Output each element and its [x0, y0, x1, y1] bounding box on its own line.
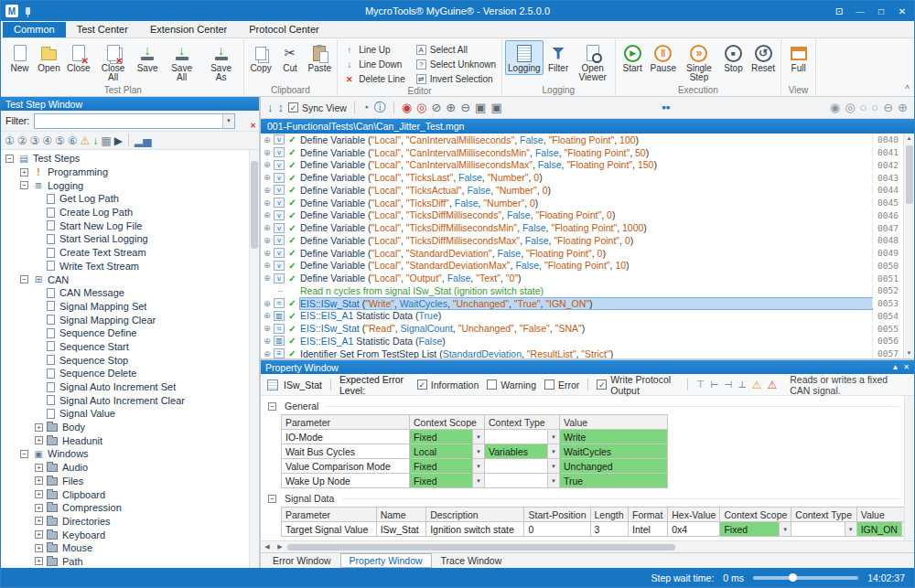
code-line[interactable]: ⊕✓EIS::ISw_Stat ("Read", SignalCount, "U…	[261, 322, 903, 335]
combo-cell[interactable]: Fixed	[410, 474, 485, 488]
minimize-button[interactable]	[853, 6, 867, 16]
copy-button[interactable]: Copy	[247, 40, 275, 75]
expand-step-icon[interactable]: ⊕	[261, 223, 274, 232]
tree-item-programming[interactable]: +Programming	[1, 166, 259, 179]
code-line[interactable]: ⊕✓Define Variable ("Local", "CanInterval…	[261, 146, 903, 159]
code-line[interactable]: ⊕✓Define Variable ("Local", "TicksActual…	[261, 184, 903, 197]
camera-icon[interactable]: ▣	[475, 102, 486, 113]
tree-item-write-text-stream[interactable]: Write Text Stream	[1, 260, 259, 273]
filter-button[interactable]: Filter	[544, 40, 573, 75]
tree-item-signal-mapping-set[interactable]: Signal Mapping Set	[1, 300, 259, 314]
combo-cell[interactable]	[791, 522, 856, 537]
error-checkbox[interactable]: Error	[544, 380, 579, 390]
ribbon-tab-protocol-center[interactable]: Protocol Center	[238, 22, 329, 37]
tree-item-sequence-start[interactable]: Sequence Start	[1, 340, 259, 354]
slider-thumb[interactable]	[789, 573, 797, 582]
code-line[interactable]: ⊕✓EIS::EIS_A1 Statistic Data (False)0056	[261, 335, 903, 347]
expand-all-icon[interactable]: ⊕	[898, 102, 908, 113]
combo-cell[interactable]	[485, 459, 560, 474]
expand-step-icon[interactable]: ⊕	[261, 135, 274, 144]
combo-cell[interactable]	[485, 430, 560, 444]
collapse-box-icon[interactable]: −	[20, 450, 28, 458]
tree-item-path[interactable]: +Path	[1, 555, 259, 568]
run-step-icon[interactable]: ▶	[114, 135, 123, 146]
code-line[interactable]: ⊕✓Define Variable ("Local", "Output", Fa…	[261, 272, 903, 284]
code-line[interactable]: ⊕✓Define Variable ("Local", "TicksLast",…	[261, 171, 903, 184]
expand-step-icon[interactable]: ⊕	[261, 299, 274, 308]
code-line[interactable]: --Read n cycles from signal ISw_Stat (ig…	[261, 284, 903, 297]
collapse-ribbon-button[interactable]: ^	[905, 84, 910, 94]
expand-box-icon[interactable]: +	[20, 168, 28, 176]
code-line[interactable]: ⊕✓Define Variable ("Local", "CanInterval…	[261, 134, 903, 146]
info-icon[interactable]: ⓘ	[374, 102, 386, 113]
expand-step-icon[interactable]: ⊕	[261, 324, 274, 333]
code-line[interactable]: ⊕✓Define Variable ("Local", "CanInterval…	[261, 159, 903, 172]
skip-step-icon[interactable]: ⊘	[431, 102, 441, 113]
expand-box-icon[interactable]: +	[35, 490, 43, 498]
pause-button[interactable]: Pause	[648, 40, 679, 75]
expand-step-icon[interactable]: ⊕	[261, 160, 274, 169]
scroll-left-icon[interactable]: ◀	[261, 543, 274, 551]
tree-item-mouse[interactable]: +Mouse	[1, 541, 259, 555]
grid-icon[interactable]: ▦	[101, 135, 111, 146]
tree-item-logging[interactable]: −Logging	[1, 178, 259, 192]
expand-box-icon[interactable]: +	[35, 504, 43, 512]
cut-button[interactable]: Cut	[276, 40, 305, 75]
line-up-button[interactable]: Line Up	[340, 43, 408, 57]
tree-item-get-log-path[interactable]: Get Log Path	[1, 192, 259, 206]
expand-box-icon[interactable]: +	[35, 423, 43, 432]
scroll-right-icon[interactable]: ▶	[274, 543, 286, 551]
combo-cell[interactable]: Fixed	[720, 522, 791, 537]
tree-item-signal-value[interactable]: Signal Value	[1, 407, 259, 421]
warning-filled-icon[interactable]: ⚠	[768, 380, 778, 390]
expand-box-icon[interactable]: +	[35, 557, 43, 565]
export-icon[interactable]: ↓	[92, 135, 98, 146]
timer-icon[interactable]: ◔	[362, 102, 370, 113]
expand-box-icon[interactable]: +	[35, 464, 43, 472]
expand-step-icon[interactable]: ⊕	[261, 337, 274, 346]
tree-item-files[interactable]: +Files	[1, 475, 259, 488]
tree-item-test-steps[interactable]: −Test Steps	[1, 152, 259, 166]
theme-button[interactable]	[832, 6, 846, 16]
invert-selection-button[interactable]: Invert Selection	[414, 72, 499, 86]
tree-item-can[interactable]: −CAN	[1, 273, 259, 286]
tree-item-signal-mapping-clear[interactable]: Signal Mapping Clear	[1, 313, 259, 326]
save-button[interactable]: Save	[134, 40, 162, 75]
chevron-down-icon[interactable]	[547, 430, 559, 444]
combo-cell[interactable]: Fixed	[410, 430, 485, 444]
link-remove-icon[interactable]: ⊖	[460, 102, 470, 113]
chevron-down-icon[interactable]	[547, 444, 559, 458]
bookmark-next-icon[interactable]: ○	[871, 102, 878, 113]
reset-button[interactable]: Reset	[748, 40, 778, 75]
select-unknown-button[interactable]: Select Unknown	[414, 58, 499, 71]
code-line[interactable]: ⊕✓EIS::EIS_A1 Statistic Data (True)0054	[261, 310, 903, 323]
editor-scrollbar[interactable]: ▲ ▼	[903, 134, 914, 358]
tab-error-window[interactable]: Error Window	[264, 553, 340, 568]
tree-item-compression[interactable]: +Compression	[1, 501, 259, 515]
hscroll-track[interactable]	[287, 543, 913, 551]
warning-checkbox[interactable]: Warning	[487, 380, 536, 390]
protocol-layout-bottom-icon[interactable]: ⊥	[738, 380, 747, 390]
close-all-button[interactable]: Close All	[94, 40, 133, 84]
collapse-panel-icon[interactable]: ▲	[891, 363, 899, 371]
warning-icon[interactable]: ⚠	[81, 135, 91, 146]
select-all-button[interactable]: Select All	[414, 43, 499, 57]
collapse-box-icon[interactable]: −	[20, 275, 28, 283]
tree-item-audio[interactable]: +Audio	[1, 461, 259, 475]
tree-item-body[interactable]: +Body	[1, 421, 259, 434]
tree-item-start-new-log-file[interactable]: Start New Log File	[1, 219, 259, 232]
tree-item-can-message[interactable]: CAN Message	[1, 286, 259, 300]
tree-item-sequence-stop[interactable]: Sequence Stop	[1, 353, 259, 367]
insert-position-4-icon[interactable]: ④	[42, 135, 52, 146]
collapse-box-icon[interactable]: −	[268, 495, 276, 503]
new-button[interactable]: New	[5, 40, 34, 75]
collapse-all-icon[interactable]: ⊖	[883, 102, 893, 113]
filter-combobox[interactable]	[34, 113, 235, 129]
split-view-icon[interactable]: ▪▪	[662, 102, 670, 113]
save-all-button[interactable]: Save All	[163, 40, 201, 84]
bookmark-icon[interactable]: ○	[859, 102, 867, 113]
line-down-button[interactable]: Line Down	[340, 58, 408, 71]
write-protocol-output-checkbox[interactable]: Write Protocol Output	[597, 374, 679, 396]
tree-item-create-log-path[interactable]: Create Log Path	[1, 206, 259, 219]
chevron-down-icon[interactable]	[472, 444, 484, 458]
